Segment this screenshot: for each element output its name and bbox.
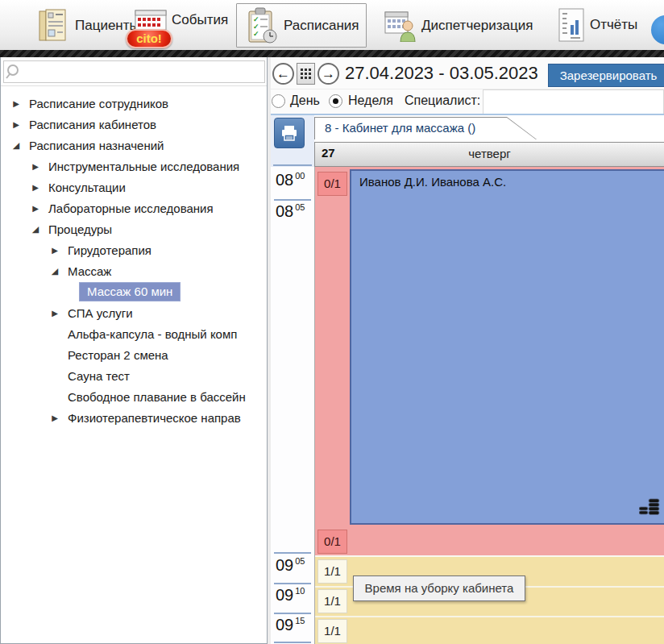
date-range-label: 27.04.2023 - 03.05.2023 xyxy=(345,63,538,84)
tree-item-sauna-test[interactable]: Сауна тест xyxy=(1,365,268,386)
day-name: четверг xyxy=(315,147,664,160)
tree-item-instrumental-studies[interactable]: ▶Инструментальные исследования xyxy=(1,156,268,177)
events-icon xyxy=(135,10,167,31)
week-calendar: 8 - Кабинет для массажа () 27 четверг 08… xyxy=(271,115,664,644)
time-divider xyxy=(274,613,311,614)
collapse-arrow-icon[interactable]: ▶ xyxy=(49,309,60,318)
date-navigation: ← → 27.04.2023 - 03.05.2023 Зарезервиров… xyxy=(271,57,664,89)
day-header[interactable]: 27 четверг xyxy=(314,142,664,167)
reserve-button[interactable]: Зарезервировать xyxy=(548,64,664,87)
reports-icon xyxy=(558,7,585,43)
tree-item-room-schedules[interactable]: ▶Расписания кабинетов xyxy=(1,114,268,135)
collapse-arrow-icon[interactable]: ▶ xyxy=(10,99,22,108)
capacity-badge: 1/1 xyxy=(317,559,347,584)
calendar-corner xyxy=(271,115,314,167)
time-label: 0915 xyxy=(276,616,314,640)
time-divider xyxy=(274,552,311,554)
slot-divider xyxy=(315,555,664,557)
capacity-badge: 0/1 xyxy=(317,530,347,554)
tree-item-consultations[interactable]: ▶Консультации xyxy=(1,177,268,197)
time-divider xyxy=(274,642,311,643)
collapse-arrow-icon[interactable]: ▶ xyxy=(30,183,41,192)
collapse-arrow-icon[interactable]: ▶ xyxy=(49,413,60,422)
expand-arrow-icon[interactable]: ◢ xyxy=(10,140,22,151)
expand-arrow-icon[interactable]: ◢ xyxy=(49,266,60,276)
tree-item-procedures[interactable]: ◢Процедуры xyxy=(1,218,268,239)
prev-week-button[interactable]: ← xyxy=(272,63,294,85)
toolbar-item-schedules[interactable]: ✓ ✓ ✓ Расписания xyxy=(236,3,367,48)
tree-item-free-swimming[interactable]: Свободное плавание в бассейн xyxy=(1,386,268,407)
toolbar-item-dispatch[interactable]: Диспетчеризация xyxy=(384,10,533,42)
schedules-icon: ✓ ✓ ✓ xyxy=(245,7,279,44)
tree-item-alpha-capsule[interactable]: Альфа-капсула - водный комп xyxy=(1,323,268,344)
week-view-label: Неделя xyxy=(348,93,393,108)
print-button[interactable] xyxy=(274,118,305,148)
toolbar-label-reports: Отчёты xyxy=(590,17,637,33)
room-tab-label: 8 - Кабинет для массажа () xyxy=(315,118,536,139)
time-divider xyxy=(274,583,311,584)
toolbar-label-events: События xyxy=(172,12,228,28)
day-column[interactable]: 0/1 0/1 1/1 1/1 1/1 Иванов Д.И. Иванова … xyxy=(314,167,664,644)
capacity-badge: 1/1 xyxy=(317,589,347,613)
tree-item-massage[interactable]: ◢Массаж xyxy=(1,260,268,281)
main-toolbar: Пациенты События cito! xyxy=(0,0,664,50)
toolbar-item-reports[interactable]: Отчёты xyxy=(558,7,637,43)
cito-badge[interactable]: cito! xyxy=(126,29,172,48)
time-gutter: 0800 0805 0905 0910 0915 xyxy=(271,167,314,644)
schedule-tree: ▶Расписание сотрудников ▶Расписания каби… xyxy=(1,86,268,643)
blue-circle-icon[interactable] xyxy=(651,15,664,44)
selected-tree-item[interactable]: Массаж 60 мин xyxy=(79,282,181,301)
tree-item-hirudotherapy[interactable]: ▶Гирудотерапия xyxy=(1,239,268,260)
toolbar-item-events[interactable]: События xyxy=(135,10,228,31)
collapse-arrow-icon[interactable]: ▶ xyxy=(30,204,41,213)
day-view-label: День xyxy=(290,93,320,108)
appointment-event[interactable]: Иванов Д.И. Иванова А.С. xyxy=(350,169,664,525)
time-label: 0800 xyxy=(276,171,314,195)
tree-item-restaurant[interactable]: Ресторан 2 смена xyxy=(1,344,268,365)
specialist-input[interactable] xyxy=(483,89,664,114)
day-view-radio[interactable] xyxy=(272,94,285,108)
time-label: 0905 xyxy=(276,556,314,580)
collapse-arrow-icon[interactable]: ▶ xyxy=(10,120,22,129)
slot-divider xyxy=(315,616,664,617)
app-window: Пациенты События cito! xyxy=(0,0,664,644)
time-divider xyxy=(274,199,311,201)
schedule-view: ← → 27.04.2023 - 03.05.2023 Зарезервиров… xyxy=(271,57,664,644)
dispatch-icon xyxy=(384,10,417,42)
search-icon xyxy=(4,63,23,81)
printer-icon xyxy=(280,125,298,141)
room-tab[interactable]: 8 - Кабинет для массажа () xyxy=(314,117,537,139)
tree-item-lab-studies[interactable]: ▶Лабораторные исследования xyxy=(1,197,268,218)
tree-item-staff-schedule[interactable]: ▶Расписание сотрудников xyxy=(1,93,268,114)
calendar-picker-button[interactable] xyxy=(297,63,315,85)
toolbar-item-patients[interactable]: Пациенты xyxy=(36,8,139,44)
tree-item-physiotherapy[interactable]: ▶Физиотерапевтическое направ xyxy=(1,407,268,428)
appointment-title: Иванов Д.И. Иванова А.С. xyxy=(351,171,664,189)
paid-coins-icon xyxy=(639,497,661,518)
capacity-badge: 1/1 xyxy=(317,619,347,643)
time-label: 0805 xyxy=(276,202,314,226)
tree-search[interactable] xyxy=(3,60,265,83)
tree-item-spa-services[interactable]: ▶СПА услуги xyxy=(1,302,268,323)
view-filter-row: День Неделя Специалист: xyxy=(271,89,664,115)
patients-icon xyxy=(36,8,70,44)
collapse-arrow-icon[interactable]: ▶ xyxy=(30,162,41,171)
next-week-button[interactable]: → xyxy=(317,63,339,85)
time-label: 0910 xyxy=(276,586,314,610)
divider xyxy=(273,164,312,166)
svg-text:✓: ✓ xyxy=(253,30,259,38)
cleanup-tooltip: Время на уборку кабинета xyxy=(353,575,525,601)
week-view-radio[interactable] xyxy=(329,94,342,108)
schedule-tree-panel: ▶Расписание сотрудников ▶Расписания каби… xyxy=(0,57,268,644)
collapse-arrow-icon[interactable]: ▶ xyxy=(49,246,60,255)
tree-item-appointment-schedules[interactable]: ◢Расписания назначений xyxy=(1,135,268,156)
expand-arrow-icon[interactable]: ◢ xyxy=(30,224,41,235)
toolbar-label-schedules: Расписания xyxy=(284,18,359,34)
specialist-label: Специалист: xyxy=(405,93,480,108)
calendar-grid-icon xyxy=(301,69,311,79)
tree-search-input[interactable] xyxy=(23,63,264,81)
capacity-badge: 0/1 xyxy=(317,172,347,196)
toolbar-label-dispatch: Диспетчеризация xyxy=(421,18,533,34)
horizontal-splitter[interactable] xyxy=(0,50,664,57)
tree-item-massage-60-selected[interactable]: Массаж 60 мин xyxy=(1,281,268,302)
